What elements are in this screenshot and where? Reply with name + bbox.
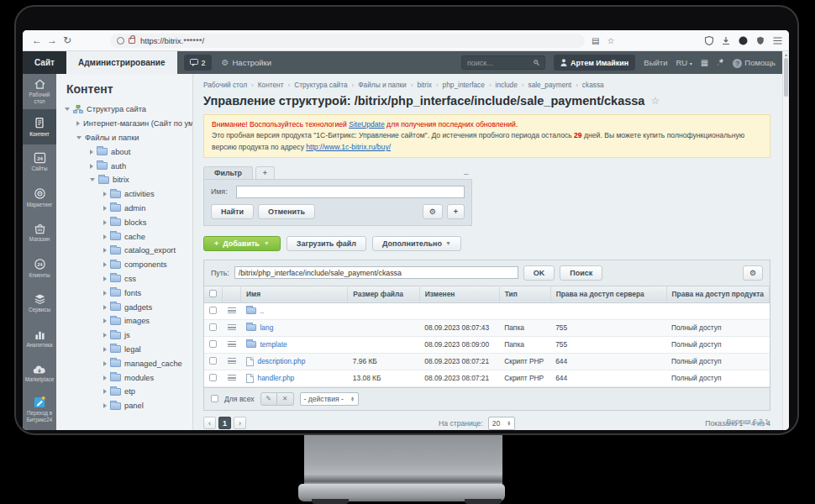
- tree-item-folder[interactable]: blocks: [56, 215, 192, 229]
- sidebar-item-marketing[interactable]: Маркетинг: [23, 180, 56, 215]
- current-page-button[interactable]: 1: [218, 417, 231, 429]
- tree-item-folder[interactable]: gadgets: [56, 300, 192, 314]
- table-row[interactable]: lang 08.09.2023 08:07:43Папка755Полный д…: [204, 319, 770, 336]
- search-icon[interactable]: 🔍︎: [533, 59, 540, 67]
- help-button[interactable]: ?Помощь: [733, 58, 776, 68]
- scrollbar-thumb[interactable]: [784, 58, 788, 97]
- logout-button[interactable]: Выйти: [644, 58, 667, 67]
- edit-button[interactable]: ✎: [260, 392, 277, 406]
- find-button[interactable]: Найти: [211, 204, 254, 219]
- chevron-right-icon[interactable]: [103, 305, 107, 310]
- path-search-button[interactable]: Поиск: [560, 265, 602, 281]
- file-link[interactable]: lang: [260, 323, 274, 332]
- language-select[interactable]: RU ▾: [676, 58, 691, 67]
- menu-icon[interactable]: [773, 37, 782, 45]
- admin-search[interactable]: 🔍︎: [461, 55, 545, 70]
- table-row[interactable]: template 08.09.2023 08:09:00Папка755Полн…: [204, 336, 770, 353]
- sidebar-item-marketplace[interactable]: Marketplace: [23, 356, 56, 391]
- tree-item-folder[interactable]: css: [56, 272, 192, 286]
- tree-item-folder[interactable]: legal: [56, 343, 192, 357]
- sidebar-item-sites[interactable]: 24 Сайты: [23, 144, 56, 180]
- tree-item-folder[interactable]: components: [56, 258, 192, 272]
- tree-item-folder[interactable]: images: [56, 314, 192, 328]
- account-icon[interactable]: [739, 36, 748, 45]
- sidebar-item-desktop[interactable]: Рабочий стол: [23, 74, 56, 109]
- reload-icon[interactable]: ↻: [60, 34, 75, 46]
- row-menu-icon[interactable]: [228, 307, 236, 313]
- search-input[interactable]: [467, 59, 533, 67]
- notifications-badge[interactable]: 2: [184, 55, 212, 71]
- favorite-star-icon[interactable]: ☆: [650, 95, 660, 107]
- filter-add-button[interactable]: +: [447, 204, 465, 219]
- column-product-perm[interactable]: Права на доступ продукта: [666, 286, 769, 302]
- chevron-right-icon[interactable]: [103, 389, 107, 394]
- path-input[interactable]: [234, 266, 518, 279]
- chevron-right-icon[interactable]: [103, 333, 107, 338]
- bookmark-star-icon[interactable]: ☆: [607, 36, 614, 45]
- column-type[interactable]: Тип: [499, 286, 550, 302]
- tab-site[interactable]: Сайт: [23, 51, 66, 74]
- chevron-right-icon[interactable]: [90, 150, 93, 155]
- chevron-right-icon[interactable]: [103, 375, 107, 381]
- tree-item-folder[interactable]: about: [56, 144, 192, 159]
- buy-link[interactable]: http://www.1c-bitrix.ru/buy/: [306, 143, 391, 151]
- sidebar-item-content[interactable]: Контент: [23, 109, 56, 144]
- breadcrumb-link[interactable]: bitrix: [417, 81, 432, 89]
- grid-settings-button[interactable]: ⚙: [743, 265, 763, 281]
- actions-select[interactable]: - действия - ▲▼: [300, 392, 359, 406]
- column-modified[interactable]: Изменен: [419, 286, 499, 302]
- tree-item-folder[interactable]: modules: [56, 370, 192, 385]
- select-all-header[interactable]: [204, 286, 223, 302]
- tree-item-folder[interactable]: catalog_export: [56, 244, 192, 258]
- tree-item-folder[interactable]: js: [56, 328, 192, 343]
- reader-view-icon[interactable]: ▤: [592, 36, 599, 45]
- chevron-right-icon[interactable]: [103, 262, 107, 267]
- filter-tab[interactable]: Фильтр: [203, 166, 253, 179]
- file-link[interactable]: ..: [260, 307, 265, 315]
- tree-item-site-structure[interactable]: Структура сайта: [56, 102, 192, 117]
- cancel-button[interactable]: Отменить: [258, 204, 315, 219]
- breadcrumb-link[interactable]: php_interface: [443, 81, 485, 89]
- tree-item-folder[interactable]: bitrix: [56, 173, 192, 187]
- tree-item-files[interactable]: Файлы и папки: [56, 131, 192, 145]
- site-info-icon[interactable]: [117, 37, 124, 45]
- filter-name-input[interactable]: [236, 186, 465, 198]
- sidebar-item-store[interactable]: Магазин: [23, 215, 56, 250]
- ok-button[interactable]: OK: [523, 265, 555, 281]
- chevron-right-icon[interactable]: [103, 192, 107, 197]
- tree-item-folder[interactable]: auth: [56, 159, 192, 173]
- forward-icon[interactable]: →: [45, 34, 60, 46]
- select-all-checkbox[interactable]: [211, 395, 218, 402]
- column-size[interactable]: Размер файла: [348, 286, 419, 302]
- chevron-down-icon[interactable]: [65, 108, 70, 111]
- add-button[interactable]: +Добавить▼: [203, 236, 281, 251]
- checkbox[interactable]: [209, 374, 217, 381]
- chevron-right-icon[interactable]: [103, 291, 107, 296]
- row-menu-icon[interactable]: [228, 375, 236, 381]
- pin-icon[interactable]: [717, 58, 724, 68]
- tree-item-folder[interactable]: panel: [56, 399, 192, 413]
- breadcrumb-link[interactable]: Рабочий стол: [203, 81, 247, 89]
- row-menu-icon[interactable]: [228, 341, 236, 347]
- grid-view-icon[interactable]: ▦: [701, 58, 708, 67]
- chevron-right-icon[interactable]: [103, 234, 107, 239]
- row-menu-icon[interactable]: [228, 324, 236, 330]
- breadcrumb-link[interactable]: include: [496, 81, 518, 89]
- chevron-right-icon[interactable]: [76, 121, 80, 126]
- user-menu[interactable]: Артем Имайкин: [554, 55, 635, 71]
- chevron-right-icon[interactable]: [103, 248, 107, 253]
- column-server-perm[interactable]: Права на доступ сервера: [550, 286, 666, 302]
- breadcrumb-link[interactable]: Контент: [258, 81, 284, 89]
- checkbox[interactable]: [209, 357, 217, 365]
- checkbox[interactable]: [209, 340, 217, 348]
- tree-item-folder[interactable]: cache: [56, 229, 192, 244]
- file-link[interactable]: template: [260, 340, 287, 349]
- extension-icon[interactable]: [756, 36, 765, 45]
- tab-admin[interactable]: Администрирование: [66, 51, 177, 74]
- chevron-right-icon[interactable]: [103, 347, 107, 352]
- chevron-down-icon[interactable]: [90, 178, 95, 181]
- scrollbar[interactable]: ▲: [782, 51, 789, 430]
- next-page-button[interactable]: ›: [234, 417, 246, 429]
- back-icon[interactable]: ←: [29, 34, 45, 46]
- scroll-up-icon[interactable]: ▲: [783, 52, 789, 57]
